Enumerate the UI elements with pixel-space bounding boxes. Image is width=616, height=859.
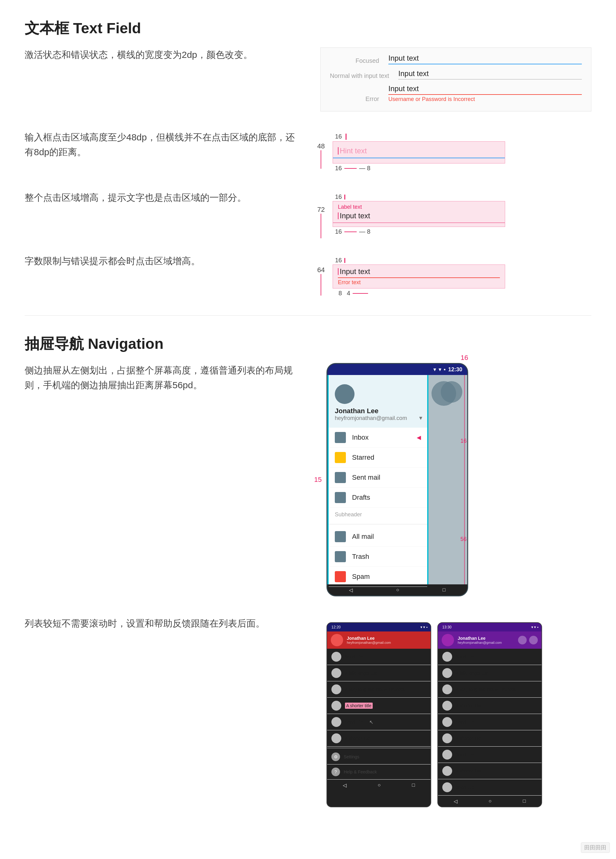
dim3-input-text: Input text [338,267,370,276]
send-icon [335,472,346,483]
dim3-tick-top [344,258,345,263]
help-icon: ? [331,768,340,776]
list-item-5[interactable]: Short title ↖ [327,714,431,730]
tf-row-normal: Normal with input text Input text [330,69,582,80]
right-list-item-1[interactable]: Short title [438,649,541,665]
textfield-section: 文本框 Text Field 激活状态和错误状态，横线的宽度变为2dp，颜色改变… [25,19,591,297]
textfield-desc4: 字数限制与错误提示都会时点击区域增高。 [25,254,302,269]
signal-icon: ▾ [433,366,436,373]
tf-error-underline [388,94,582,95]
main-content-area: 16 56 [428,375,467,584]
drawer-item-allmail[interactable]: All mail [328,527,427,547]
main-overlay: 16 56 [428,375,467,584]
tf-error-field: Input text Username or Password is Incor… [388,84,582,103]
drawer-avatar [335,384,355,404]
small-left-title-block: Jonathan Lee heyfromjonathan@gmail.com [347,636,427,644]
list-text-1: Short title [345,654,363,659]
tf-focused-label: Focused [330,57,379,64]
dim1-dash [344,168,356,169]
drawer-item-drafts[interactable]: Drafts [328,488,427,508]
right-list-avatar-8 [442,766,452,776]
phone-small-right-header: Jonathan Lee heyfromjonathan@gmail.com [438,631,541,649]
drawer-user-email: heyfromjonathan@gmail.com [335,415,421,422]
drawer-item-trash[interactable]: Trash [328,547,427,567]
list-avatar-5 [331,717,341,727]
drawer-item-spam[interactable]: Spam [328,567,427,587]
dim1-bottom-pads: 16 — 8 [333,165,505,172]
list-item-1[interactable]: Short title [327,649,431,665]
drawer-item-starred[interactable]: Starred [328,448,427,468]
help-item[interactable]: ? Help & Feedback [327,764,431,779]
list-text-6: A shorter title [345,736,370,741]
small-left-avatar [331,634,343,646]
right-list-text-5: Short title [456,720,474,725]
right-list-item-5[interactable]: Short title [438,714,541,730]
drawer-drafts-label: Drafts [352,494,370,501]
page-number: 田田田田 [584,845,607,851]
small-left-icons: ▾ ▾ ▪ [421,625,427,629]
drawer-item-inbox[interactable]: Inbox ◀ [328,428,427,448]
draft-icon [335,492,346,503]
deco-circle-right [441,381,462,403]
dim2-pad16-bot: 16 [333,228,342,235]
right-list-item-8[interactable]: A shorter title [438,763,541,779]
list-text-4: A shorter title [345,703,373,709]
right-list-item-6[interactable]: A shorter title [438,730,541,747]
home-nav-icon[interactable]: ○ [396,587,399,593]
right-list-item-3[interactable]: A very long title that will truncat... [438,681,541,698]
list-item-4[interactable]: A shorter title [327,698,431,714]
recents-nav-icon[interactable]: □ [442,587,446,593]
tf-normal-underline [398,79,582,80]
navigation-title: 抽屉导航 Navigation [25,334,591,354]
dim3-dash [353,293,368,294]
right-list-item-7[interactable]: Short title [438,747,541,763]
help-label: Help & Feedback [344,769,377,774]
star-icon [335,452,346,463]
phone-small-left: 12:20 ▾ ▾ ▪ Jonathan Lee heyfromjonathan… [327,622,431,807]
phone-screenshots-row: 12:20 ▾ ▾ ▪ Jonathan Lee heyfromjonathan… [327,622,591,807]
list-avatar-3 [331,684,341,694]
right-list-text-3: A very long title that will truncat... [456,687,519,692]
right-list-avatar-2 [442,668,452,678]
list-avatar-1 [331,652,341,662]
small-right-home-icon[interactable]: ○ [488,798,492,804]
dim2-72: 72 [317,206,325,214]
textfield-desc1: 激活状态和错误状态，横线的宽度变为2dp，颜色改变。 [25,47,302,62]
drawer-starred-label: Starred [352,453,374,462]
nav-desc1: 侧边抽屉从左侧划出，占据整个屏幕高度，遵循普通列表的布局规则，手机端的侧边抽屉抽… [25,363,302,392]
small-back-icon[interactable]: ◁ [343,782,347,788]
right-list-item-9[interactable]: Short title [438,779,541,796]
back-nav-icon[interactable]: ◁ [349,587,353,593]
right-list-item-2[interactable]: A little longer title [438,665,541,681]
dim1-pad16-bot: 16 [333,165,342,172]
list-item-6[interactable]: A shorter title [327,730,431,747]
small-right-user-email: heyfromjonathan@gmail.com [458,641,514,644]
dim2-height-label: 72 [317,206,325,238]
right-list-text-7: Short title [456,752,474,757]
small-right-back-icon[interactable]: ◁ [454,798,457,804]
list-item-3[interactable]: A very long title that will truncat... [327,681,431,698]
small-right-recents-icon[interactable]: □ [523,798,526,804]
inbox-icon [335,432,346,443]
small-home-icon[interactable]: ○ [378,782,381,788]
right-measure-annotation: 16 [461,354,468,362]
dim2-tick-top [344,195,345,200]
right-list-item-4[interactable]: A shorter title [438,698,541,714]
drawer-item-sentmail[interactable]: Sent mail [328,468,427,488]
small-recents-icon[interactable]: □ [412,782,415,788]
dim3-pad16: 16 [333,257,342,264]
dim3-box: Input text Error text [333,264,505,289]
right-list-avatar-4 [442,701,452,711]
dim1-48: 48 [317,142,325,150]
right-list-text-1: Short title [456,654,474,659]
right-list-avatar-7 [442,750,452,759]
drawer-subheader: Subheader [328,508,427,522]
list-item-2[interactable]: A little longer title [327,665,431,681]
small-right-time: 13:30 [442,625,452,629]
right-list-text-9: Short title [456,785,474,790]
diagram1-wrapper: 48 16 Hint text [333,133,505,172]
diagram2-wrapper: 72 16 Label text Input text [333,194,505,235]
phone-small-right: 13:30 ▾ ▾ ▪ Jonathan Lee heyfromjonathan… [437,622,542,807]
settings-item[interactable]: ⚙ Settings [327,750,431,764]
inbox-arrow: ◀ [417,434,421,441]
